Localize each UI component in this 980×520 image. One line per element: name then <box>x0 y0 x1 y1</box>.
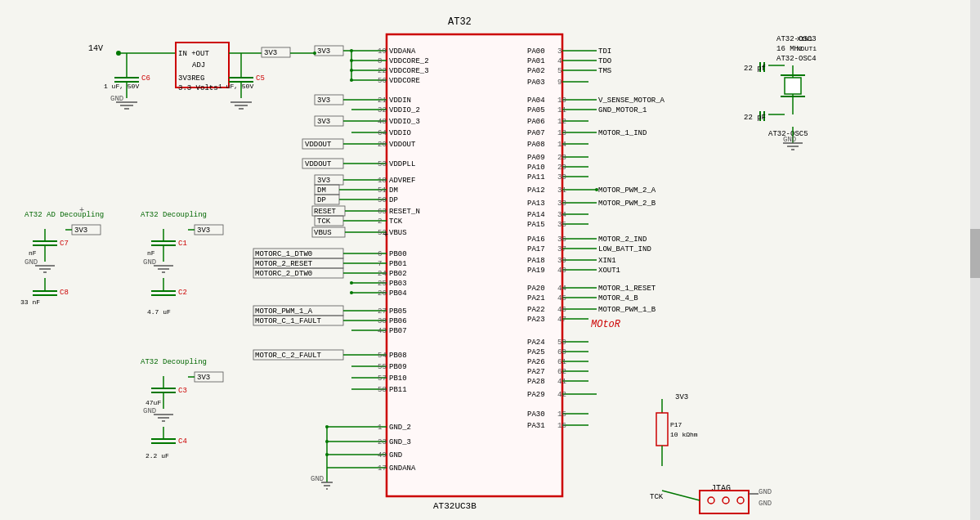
svg-text:GND: GND <box>758 488 772 496</box>
svg-text:PA16: PA16 <box>527 235 545 244</box>
svg-text:PA06: PA06 <box>527 118 545 126</box>
svg-text:20: 20 <box>378 141 387 149</box>
svg-text:PA27: PA27 <box>527 368 545 376</box>
svg-text:10 kΩhm: 10 kΩhm <box>670 431 698 438</box>
svg-text:PA05: PA05 <box>527 106 545 114</box>
svg-point-411 <box>350 291 353 294</box>
svg-text:3V3: 3V3 <box>264 49 277 57</box>
svg-text:7: 7 <box>378 260 382 268</box>
svg-text:GND_2: GND_2 <box>389 424 411 432</box>
svg-point-277 <box>116 51 121 56</box>
svg-text:GND: GND <box>758 500 772 508</box>
svg-text:TCK: TCK <box>317 217 331 226</box>
svg-text:MOTOR_C_1_FAULT: MOTOR_C_1_FAULT <box>255 317 322 325</box>
svg-text:PB05: PB05 <box>389 307 407 316</box>
schematic-svg: AT32 AT32UC3B VDDANA 19 3V3 VDDCORE_2 8 … <box>0 0 980 520</box>
svg-text:TCK: TCK <box>650 493 664 501</box>
svg-text:PB08: PB08 <box>389 352 407 360</box>
svg-text:JTAG: JTAG <box>711 484 731 493</box>
svg-text:GND: GND <box>25 258 38 267</box>
svg-text:PA23: PA23 <box>527 316 545 324</box>
svg-text:GNDANA: GNDANA <box>389 464 416 473</box>
svg-text:GND_MOTOR_1: GND_MOTOR_1 <box>598 106 647 114</box>
svg-text:ADJ: ADJ <box>192 61 205 69</box>
svg-text:PA09: PA09 <box>527 154 545 162</box>
svg-text:4: 4 <box>557 57 562 65</box>
svg-text:3V3: 3V3 <box>317 118 330 126</box>
svg-text:51: 51 <box>378 186 387 195</box>
svg-text:58: 58 <box>378 386 387 394</box>
svg-text:VDDIO_3: VDDIO_3 <box>389 118 420 126</box>
svg-text:PA02: PA02 <box>527 67 545 75</box>
svg-text:XIN1: XIN1 <box>598 257 616 265</box>
svg-text:49: 49 <box>378 451 387 459</box>
svg-text:47: 47 <box>557 316 566 324</box>
svg-text:PA29: PA29 <box>527 391 545 399</box>
svg-text:MOTOR_1_IND: MOTOR_1_IND <box>598 129 647 137</box>
svg-text:+: + <box>383 231 388 240</box>
svg-text:MOTORC_1_DTW0: MOTORC_1_DTW0 <box>255 250 312 258</box>
svg-text:GND: GND <box>143 258 156 267</box>
svg-text:VDDANA: VDDANA <box>389 47 416 56</box>
svg-text:ADVREF: ADVREF <box>389 177 415 185</box>
svg-text:GND: GND <box>783 136 796 144</box>
svg-text:PA24: PA24 <box>527 338 545 347</box>
svg-text:MOTOR_PWM_1_B: MOTOR_PWM_1_B <box>598 306 656 314</box>
svg-text:44: 44 <box>557 285 566 293</box>
svg-text:PA18: PA18 <box>527 257 545 265</box>
svg-text:29: 29 <box>557 164 566 172</box>
motor-label: MOtoR <box>591 319 621 330</box>
svg-text:30: 30 <box>557 173 566 182</box>
svg-text:MOTOR_2_IND: MOTOR_2_IND <box>598 235 647 244</box>
svg-text:GND_3: GND_3 <box>389 438 411 446</box>
svg-text:IN  +OUT: IN +OUT <box>178 50 209 58</box>
svg-text:C1: C1 <box>178 240 187 248</box>
svg-text:GND: GND <box>143 407 156 415</box>
svg-text:PB07: PB07 <box>389 327 407 335</box>
svg-text:11: 11 <box>557 106 566 114</box>
svg-text:PA15: PA15 <box>527 221 545 229</box>
svg-text:V_SENSE_MOTOR_A: V_SENSE_MOTOR_A <box>598 96 665 105</box>
svg-text:62: 62 <box>557 368 566 376</box>
svg-text:3V3REG: 3V3REG <box>178 74 204 83</box>
svg-text:LOW_BATT_IND: LOW_BATT_IND <box>598 245 651 253</box>
svg-text:PA04: PA04 <box>527 96 545 105</box>
svg-text:TCK: TCK <box>389 217 403 226</box>
svg-text:XOUT1: XOUT1 <box>797 45 817 52</box>
svg-text:PA17: PA17 <box>527 245 545 253</box>
svg-text:AT32-OSC4: AT32-OSC4 <box>776 55 817 63</box>
svg-text:C5: C5 <box>256 74 265 83</box>
svg-text:54: 54 <box>378 352 387 360</box>
svg-text:10: 10 <box>557 96 566 105</box>
svg-text:27: 27 <box>378 307 387 316</box>
svg-text:43: 43 <box>378 327 387 335</box>
svg-text:17: 17 <box>378 464 387 473</box>
svg-text:MOTOR_2_RESET: MOTOR_2_RESET <box>255 260 313 268</box>
svg-text:18: 18 <box>378 177 387 185</box>
svg-text:AT32 Decoupling: AT32 Decoupling <box>141 211 207 219</box>
svg-text:PA28: PA28 <box>527 378 545 386</box>
svg-text:3.3 Volts: 3.3 Volts <box>178 84 218 92</box>
svg-text:RESET: RESET <box>314 208 337 216</box>
svg-text:39: 39 <box>557 257 566 265</box>
svg-text:C2: C2 <box>178 289 187 297</box>
svg-text:3V3: 3V3 <box>197 226 210 235</box>
svg-text:XOUT1: XOUT1 <box>598 267 620 275</box>
svg-text:63: 63 <box>378 208 387 216</box>
svg-text:45: 45 <box>557 294 566 303</box>
svg-text:46: 46 <box>557 306 566 314</box>
svg-text:MOTOR_PWM_1_A: MOTOR_PWM_1_A <box>255 307 313 316</box>
svg-text:PA12: PA12 <box>527 186 545 195</box>
svg-text:3: 3 <box>557 47 562 56</box>
svg-text:PB09: PB09 <box>389 363 407 371</box>
svg-text:34: 34 <box>557 211 566 219</box>
svg-text:DP: DP <box>389 196 398 204</box>
svg-point-410 <box>350 281 353 285</box>
svg-text:PA20: PA20 <box>527 285 545 293</box>
svg-text:PA25: PA25 <box>527 348 545 356</box>
svg-text:DP: DP <box>317 196 326 204</box>
svg-text:MOTOR_C_2_FAULT: MOTOR_C_2_FAULT <box>255 352 322 360</box>
svg-text:15: 15 <box>557 410 566 419</box>
svg-text:14V: 14V <box>88 44 103 53</box>
svg-text:PA13: PA13 <box>527 199 545 208</box>
